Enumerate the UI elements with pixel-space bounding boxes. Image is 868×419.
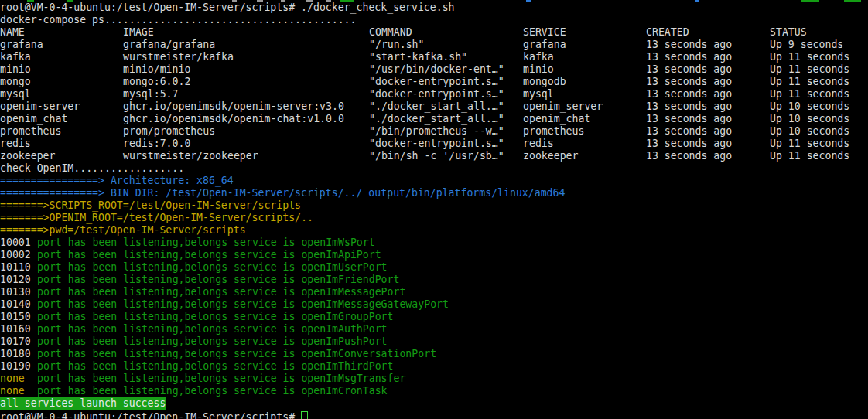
ps-col-header: SERVICE — [523, 26, 646, 39]
table-cell: grafana — [0, 39, 123, 51]
script-env-line: =======>OPENIM_ROOT=/test/Open-IM-Server… — [0, 212, 868, 224]
ps-table: NAMEIMAGECOMMANDSERVICECREATEDSTATUS gra… — [0, 26, 868, 162]
table-cell: mysql — [523, 88, 646, 100]
script-info-line: ================> Architecture: x86_64 — [0, 175, 868, 187]
prev-line-artifact — [326, 0, 331, 2]
table-row: zookeeperwurstmeister/zookeeper"/bin/sh … — [0, 150, 868, 162]
prev-line-artifact — [340, 0, 354, 2]
port-check-line: 10002port has been listening,belongs ser… — [0, 249, 868, 261]
table-cell: "docker-entrypoint.s…" — [369, 138, 523, 150]
port-check-lines: 10001port has been listening,belongs ser… — [0, 237, 868, 397]
table-row: openim_chatghcr.io/openimsdk/openim-chat… — [0, 113, 868, 125]
shell-prompt: root@VM-0-4-ubuntu:/test/Open-IM-Server/… — [0, 411, 295, 419]
script-info-lines: ================> Architecture: x86_64==… — [0, 175, 868, 199]
port-message: port has been listening,belongs service … — [37, 336, 388, 347]
table-cell: grafana — [523, 39, 646, 51]
port-label: none — [0, 373, 37, 385]
table-cell: 13 seconds ago — [646, 76, 770, 88]
table-cell: 13 seconds ago — [646, 51, 770, 63]
port-message: port has been listening,belongs service … — [37, 373, 405, 384]
port-message: port has been listening,belongs service … — [37, 360, 394, 372]
script-info-line: ================> BIN_DIR: /test/Open-IM… — [0, 187, 868, 199]
prev-line-artifact — [801, 0, 819, 2]
table-cell: prometheus — [0, 125, 123, 138]
prev-line-artifact — [695, 0, 699, 2]
table-cell: mongo — [0, 76, 123, 88]
table-cell: openim_chat — [523, 113, 646, 125]
table-cell: 13 seconds ago — [646, 150, 770, 162]
compose-ps-progress-line: docker-compose ps.......................… — [0, 14, 868, 26]
table-cell: 13 seconds ago — [646, 100, 770, 113]
terminal-screen[interactable]: root@VM-0-4-ubuntu:/test/Open-IM-Server/… — [0, 0, 868, 419]
table-cell: redis — [523, 138, 646, 150]
table-cell: Up 11 seconds — [770, 138, 849, 150]
prev-line-artifact — [67, 0, 73, 2]
port-message: port has been listening,belongs service … — [37, 348, 436, 359]
prev-line-artifact — [306, 0, 313, 2]
table-row: openim-serverghcr.io/openimsdk/openim-se… — [0, 100, 868, 113]
table-row: redisredis:7.0.0"docker-entrypoint.s…"re… — [0, 138, 868, 150]
table-cell: Up 11 seconds — [770, 88, 849, 100]
table-cell: minio/minio — [123, 63, 369, 76]
table-cell: zookeeper — [0, 150, 123, 162]
port-label: 10110 — [0, 261, 37, 274]
port-check-line: 10190port has been listening,belongs ser… — [0, 360, 868, 373]
table-cell: wurstmeister/zookeeper — [123, 150, 369, 162]
port-label: 10130 — [0, 286, 37, 298]
ps-table-header: NAMEIMAGECOMMANDSERVICECREATEDSTATUS — [0, 26, 868, 39]
table-row: mysqlmysql:5.7"docker-entrypoint.s…"mysq… — [0, 88, 868, 100]
port-check-line: noneport has been listening,belongs serv… — [0, 373, 868, 385]
table-cell: ghcr.io/openimsdk/openim-chat:v1.0.0 — [123, 113, 369, 125]
ps-col-header: IMAGE — [123, 26, 369, 39]
table-cell: openim-server — [0, 100, 123, 113]
table-cell: openim_server — [523, 100, 646, 113]
table-cell: "docker-entrypoint.s…" — [369, 76, 523, 88]
table-cell: ghcr.io/openimsdk/openim-server:v3.0 — [123, 100, 369, 113]
table-cell: kafka — [0, 51, 123, 63]
ps-col-header: CREATED — [646, 26, 770, 39]
table-cell: Up 10 seconds — [770, 113, 849, 125]
ps-col-header: NAME — [0, 26, 123, 39]
table-cell: "/run.sh" — [369, 39, 523, 51]
table-cell: 13 seconds ago — [646, 63, 770, 76]
port-label: 10120 — [0, 274, 37, 286]
script-env-lines: =======>SCRIPTS_ROOT=/test/Open-IM-Serve… — [0, 199, 868, 237]
prev-line-artifact — [281, 0, 285, 2]
table-cell: zookeeper — [523, 150, 646, 162]
prev-line-artifact — [257, 0, 263, 2]
table-cell: redis:7.0.0 — [123, 138, 369, 150]
port-message: port has been listening,belongs service … — [37, 323, 388, 335]
table-cell: mysql — [0, 88, 123, 100]
shell-prompt-line-2: root@VM-0-4-ubuntu:/test/Open-IM-Server/… — [0, 410, 868, 419]
table-cell: "/usr/bin/docker-ent…" — [369, 63, 523, 76]
script-env-line: =======>SCRIPTS_ROOT=/test/Open-IM-Serve… — [0, 199, 868, 212]
table-cell: 13 seconds ago — [646, 125, 770, 138]
table-row: prometheusprom/prometheus"/bin/prometheu… — [0, 125, 868, 138]
success-line: all services launch success — [0, 397, 868, 410]
table-cell: "./docker_start_all.…" — [369, 100, 523, 113]
prev-line-artifact — [232, 0, 237, 2]
ps-col-header: COMMAND — [369, 26, 523, 39]
shell-prompt-line-1: root@VM-0-4-ubuntu:/test/Open-IM-Server/… — [0, 2, 868, 14]
table-cell: mongodb — [523, 76, 646, 88]
table-cell: Up 9 seconds — [770, 39, 843, 51]
table-row: miniominio/minio"/usr/bin/docker-ent…"mi… — [0, 63, 868, 76]
table-cell: wurstmeister/kafka — [123, 51, 369, 63]
ps-col-header: STATUS — [770, 26, 807, 39]
table-cell: Up 11 seconds — [770, 51, 849, 63]
table-row: grafanagrafana/grafana"/run.sh"grafana13… — [0, 39, 868, 51]
table-row: mongomongo:6.0.2"docker-entrypoint.s…"mo… — [0, 76, 868, 88]
port-message: port has been listening,belongs service … — [37, 311, 394, 322]
port-message: port has been listening,belongs service … — [37, 298, 449, 310]
port-message: port has been listening,belongs service … — [37, 249, 381, 261]
port-label: 10002 — [0, 249, 37, 261]
table-cell: Up 11 seconds — [770, 76, 849, 88]
port-check-line: 10150port has been listening,belongs ser… — [0, 311, 868, 323]
table-cell: "/bin/sh -c '/usr/sb…" — [369, 150, 523, 162]
prev-line-artifact — [27, 0, 34, 2]
table-cell: "docker-entrypoint.s…" — [369, 88, 523, 100]
port-check-line: 10170port has been listening,belongs ser… — [0, 336, 868, 348]
port-message: port has been listening,belongs service … — [37, 274, 399, 285]
shell-prompt: root@VM-0-4-ubuntu:/test/Open-IM-Server/… — [0, 2, 295, 13]
terminal-cursor — [301, 411, 308, 419]
